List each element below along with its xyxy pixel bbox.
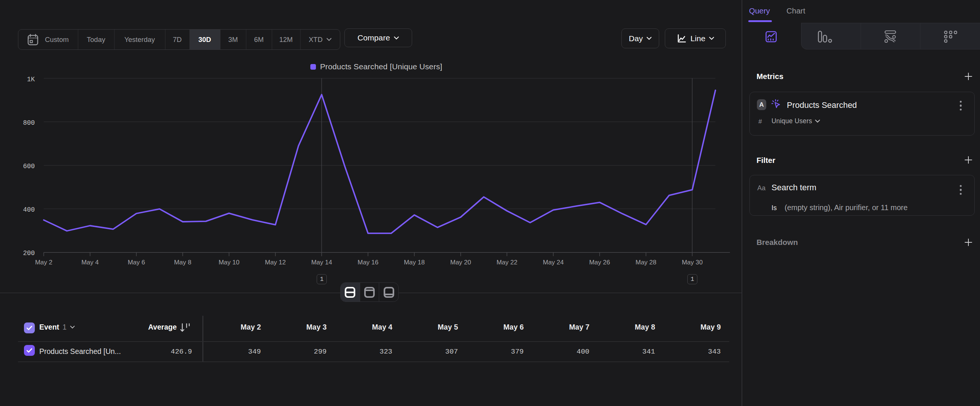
svg-text:May 2: May 2 [35,259,52,266]
svg-text:800: 800 [23,119,35,127]
svg-text:May 10: May 10 [219,259,240,266]
svg-text:May 20: May 20 [450,259,471,266]
svg-text:May 12: May 12 [265,259,286,266]
svg-text:May 18: May 18 [404,259,425,266]
svg-text:May 8: May 8 [174,259,191,266]
svg-text:May 14: May 14 [311,259,332,266]
svg-text:May 4: May 4 [81,259,99,266]
svg-text:May 26: May 26 [589,259,610,266]
svg-text:1K: 1K [27,76,35,83]
svg-text:May 16: May 16 [358,259,379,266]
svg-text:200: 200 [23,250,35,257]
svg-text:600: 600 [23,162,35,170]
svg-text:400: 400 [23,206,35,213]
svg-text:May 28: May 28 [636,259,657,266]
svg-text:May 30: May 30 [682,259,703,266]
svg-text:May 24: May 24 [543,259,564,266]
svg-text:May 6: May 6 [128,259,145,266]
svg-text:May 22: May 22 [496,259,517,266]
